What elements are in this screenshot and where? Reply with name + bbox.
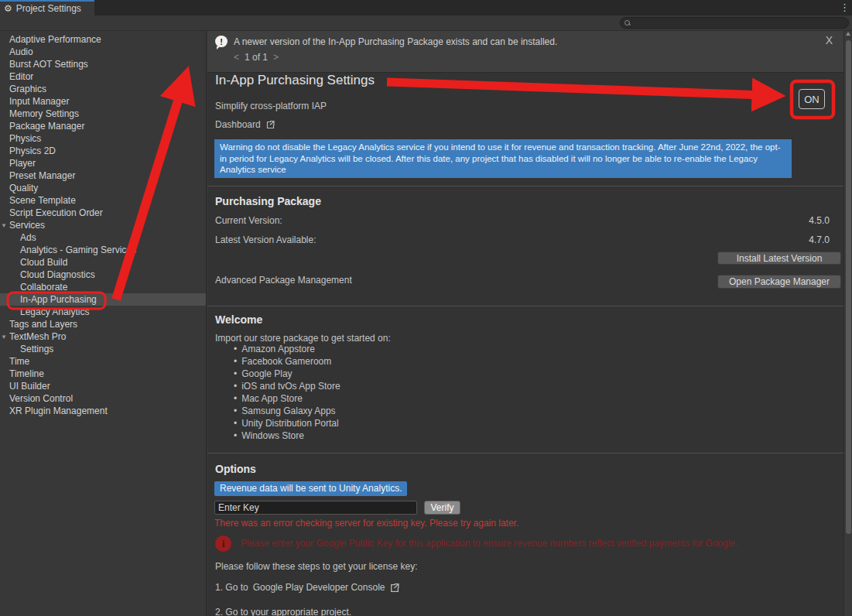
sidebar-item-label: Burst AOT Settings <box>9 59 88 70</box>
gear-icon: ⚙ <box>4 4 12 13</box>
pager-count: 1 of 1 <box>245 52 268 63</box>
sidebar-item[interactable]: ▼ Analytics - Gaming Services <box>0 244 206 256</box>
open-package-manager-button[interactable]: Open Package Manager <box>717 275 841 289</box>
kebab-menu-icon[interactable]: ⋮ <box>840 2 849 13</box>
google-play-console-link[interactable]: Google Play Developer Console <box>253 582 385 593</box>
sidebar-item[interactable]: ▼ Memory Settings <box>0 108 206 120</box>
external-link-icon <box>265 120 275 129</box>
server-error-text: There was an error checking server for e… <box>214 518 518 529</box>
revenue-note-badge: Revenue data will be sent to Unity Analy… <box>214 481 407 496</box>
sidebar-item-label: Package Manager <box>9 121 84 132</box>
sidebar-item-label: Memory Settings <box>9 108 79 119</box>
sidebar-item-label: Ads <box>20 232 36 243</box>
sidebar-item-label: Graphics <box>9 84 46 94</box>
verify-button[interactable]: Verify <box>424 501 460 515</box>
welcome-intro: Import our store package to get started … <box>215 333 391 344</box>
sidebar-item[interactable]: ▼ Time <box>0 355 206 368</box>
sidebar-item-label: TextMesh Pro <box>9 331 66 342</box>
sidebar-item[interactable]: ▼ Quality <box>0 182 206 194</box>
store-list-item: Samsung Galaxy Apps <box>234 405 340 417</box>
banner-close-icon[interactable]: X <box>826 34 833 46</box>
sidebar-item[interactable]: ▼ Tags and Layers <box>0 318 206 330</box>
install-latest-version-button[interactable]: Install Latest Version <box>717 252 841 265</box>
error-info-icon: i <box>215 536 231 552</box>
pager-next-icon[interactable]: > <box>273 52 279 63</box>
dashboard-link-label: Dashboard <box>215 119 261 130</box>
sidebar-item-label: Timeline <box>9 368 44 379</box>
legacy-analytics-warning: Warning do not disable the Legacy Analyt… <box>214 139 792 178</box>
sidebar-item-label: Preset Manager <box>9 170 75 181</box>
page-subtitle: Simplify cross-platform IAP <box>215 101 327 111</box>
tab-project-settings[interactable]: ⚙ Project Settings <box>0 0 94 15</box>
sidebar-item[interactable]: ▼ Legacy Analytics <box>0 306 206 318</box>
sidebar-item[interactable]: ▼ Scene Template <box>0 194 206 207</box>
sidebar-item-label: Script Execution Order <box>9 207 103 218</box>
store-list-item: Google Play <box>234 368 340 380</box>
sidebar-item[interactable]: ▼ Audio <box>0 46 206 58</box>
sidebar-item[interactable]: ▼ Cloud Diagnostics <box>0 269 206 281</box>
sidebar-item[interactable]: ▼ Burst AOT Settings <box>0 58 206 70</box>
sidebar-item[interactable]: ▼ Collaborate <box>0 281 206 293</box>
sidebar-item-label: Legacy Analytics <box>20 306 89 317</box>
scrollbar-thumb[interactable] <box>846 40 851 534</box>
sidebar-item[interactable]: ▼ Script Execution Order <box>0 207 206 219</box>
step-2: 2. Go to your appropriate project. <box>215 607 351 616</box>
sidebar-item-label: Tags and Layers <box>9 319 77 330</box>
steps-intro: Please follow these steps to get your li… <box>215 561 417 572</box>
sidebar-item[interactable]: ▼ Physics 2D <box>0 145 206 157</box>
search-toolbar <box>0 15 852 31</box>
current-version-label: Current Version: <box>215 215 282 226</box>
sidebar-item[interactable]: ▼ Input Manager <box>0 95 206 108</box>
sidebar-item-label: Player <box>9 158 36 169</box>
expander-icon[interactable]: ▼ <box>1 331 7 344</box>
sidebar-item-label: Analytics - Gaming Services <box>20 245 136 255</box>
sidebar-item-label: Services <box>9 220 45 231</box>
sidebar-item[interactable]: ▼ Ads <box>0 231 206 244</box>
sidebar-item-label: In-App Purchasing <box>20 294 97 305</box>
google-key-error-text: Please enter your Google Public Key for … <box>241 538 829 549</box>
sidebar-item[interactable]: ▼ Services <box>0 219 206 231</box>
sidebar-item[interactable]: ▼ Settings <box>0 343 206 355</box>
sidebar-item-label: Version Control <box>9 393 73 404</box>
sidebar-item[interactable]: ▼ Graphics <box>0 83 206 95</box>
search-input[interactable] <box>620 17 849 29</box>
advanced-package-management-label: Advanced Package Management <box>215 275 352 286</box>
sidebar-item[interactable]: ▼ Editor <box>0 70 206 83</box>
sidebar-item[interactable]: ▼ Preset Manager <box>0 169 206 182</box>
step-1: 1. Go to Google Play Developer Console <box>215 582 399 593</box>
sidebar-item-label: Cloud Diagnostics <box>20 269 95 280</box>
sidebar-item[interactable]: ▼ Timeline <box>0 368 206 380</box>
store-list-item: Windows Store <box>234 429 340 442</box>
current-version-value: 4.5.0 <box>809 215 830 226</box>
sidebar-item-label: Physics 2D <box>9 145 56 156</box>
sidebar-item-label: Input Manager <box>9 96 69 107</box>
sidebar-item-label: Adaptive Performance <box>9 34 101 45</box>
banner-message: A newer version of the In-App Purchasing… <box>234 36 557 47</box>
page-title: In-App Purchasing Settings <box>215 73 375 88</box>
google-key-input[interactable] <box>214 501 417 515</box>
vertical-scrollbar[interactable] <box>843 31 852 616</box>
sidebar-item[interactable]: ▼ Adaptive Performance <box>0 33 206 46</box>
pager-prev-icon[interactable]: < <box>234 52 239 63</box>
sidebar-item-label: Audio <box>9 46 33 57</box>
sidebar-item[interactable]: ▼ In-App Purchasing <box>0 293 206 306</box>
dashboard-link[interactable]: Dashboard <box>215 119 275 130</box>
sidebar-item[interactable]: ▼ Version Control <box>0 392 206 405</box>
external-link-icon <box>389 583 399 593</box>
scroll-up-icon[interactable] <box>846 32 850 36</box>
sidebar-item[interactable]: ▼ TextMesh Pro <box>0 330 206 343</box>
sidebar-item[interactable]: ▼ Cloud Build <box>0 256 206 269</box>
sidebar-item[interactable]: ▼ Package Manager <box>0 120 206 132</box>
sidebar-item-label: Time <box>9 356 29 367</box>
store-list-item: Unity Distribution Portal <box>234 417 340 429</box>
expander-icon[interactable]: ▼ <box>1 220 7 232</box>
sidebar-item[interactable]: ▼ Player <box>0 157 206 169</box>
sidebar-item-label: Scene Template <box>9 195 76 206</box>
sidebar-item[interactable]: ▼ Physics <box>0 132 206 145</box>
iap-toggle-on-button[interactable]: ON <box>799 89 825 109</box>
sidebar-item-label: Collaborate <box>20 282 67 293</box>
sidebar-item[interactable]: ▼ XR Plugin Management <box>0 405 206 417</box>
sidebar-item[interactable]: ▼ UI Builder <box>0 380 206 392</box>
store-list: Amazon AppstoreFacebook GameroomGoogle P… <box>234 343 340 442</box>
purchasing-package-heading: Purchasing Package <box>215 195 321 207</box>
